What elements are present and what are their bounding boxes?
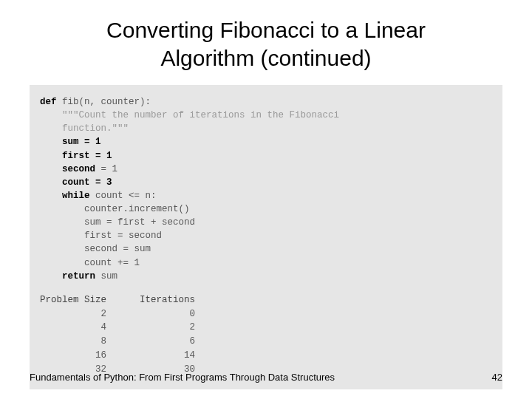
line-increment: counter.increment() — [40, 204, 190, 214]
while-cond: count <= n: — [90, 191, 157, 201]
slide-title: Converting Fibonacci to a Linear Algorit… — [0, 0, 532, 79]
line-sumcalc: sum = first + second — [40, 217, 195, 228]
line-sum: sum = 1 — [40, 137, 101, 147]
footer-text: Fundamentals of Python: From First Progr… — [30, 372, 335, 383]
title-line-2: Algorithm (continued) — [160, 46, 371, 70]
docstring-2: function.""" — [40, 123, 129, 134]
kw-return: return — [40, 271, 95, 282]
table-header: Problem Size Iterations — [40, 293, 492, 307]
output-table: Problem Size Iterations 2 0 4 2 8 6 16 1… — [40, 293, 492, 377]
table-row: 16 14 — [40, 349, 492, 363]
code-sig: fib(n, counter): — [57, 97, 151, 107]
line-count: count = 3 — [40, 177, 112, 188]
line-secondeq: second = sum — [40, 244, 151, 254]
line-second-rest: = 1 — [95, 164, 117, 174]
slide: Converting Fibonacci to a Linear Algorit… — [0, 0, 532, 399]
line-firsteq: first = second — [40, 231, 162, 241]
page-number: 42 — [492, 372, 502, 383]
line-second-kw: second — [40, 164, 95, 174]
kw-def: def — [40, 97, 57, 107]
table-row: 8 6 — [40, 335, 492, 349]
docstring-1: """Count the number of iterations in the… — [40, 110, 339, 120]
kw-while: while — [40, 191, 90, 201]
line-first: first = 1 — [40, 151, 112, 161]
title-line-1: Converting Fibonacci to a Linear — [106, 18, 426, 42]
return-val: sum — [95, 271, 117, 282]
code-block: def fib(n, counter): """Count the number… — [30, 85, 502, 389]
line-countinc: count += 1 — [40, 258, 140, 268]
table-row: 2 0 — [40, 307, 492, 321]
table-row: 4 2 — [40, 321, 492, 335]
